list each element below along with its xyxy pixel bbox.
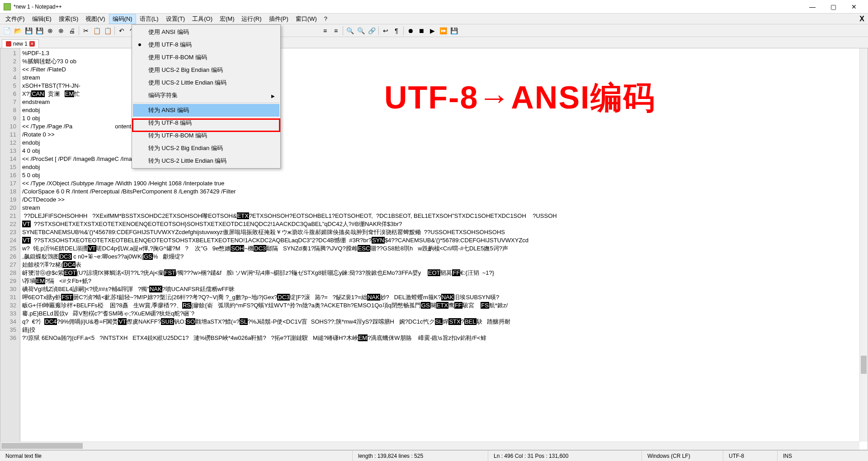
close-button[interactable]: ✕ — [844, 0, 864, 14]
tab-close-icon[interactable]: ✕ — [29, 41, 35, 47]
tab-label: new 1 — [13, 41, 28, 47]
play-macro-button[interactable]: ▶ — [427, 26, 437, 36]
status-length: length : 139,824 lines : 525 — [353, 451, 488, 461]
encoding-menu-item[interactable]: 使用 UCS-2 Big Endian 编码 — [133, 64, 279, 76]
record-macro-button[interactable]: ⏺ — [406, 26, 415, 36]
document-close-icon[interactable]: X — [859, 15, 864, 23]
encoding-menu-item[interactable]: 转为 UTF-8 编码 — [133, 117, 279, 129]
line-number-gutter: 1234567891011121314151617181920212223242… — [0, 48, 20, 450]
encoding-menu-item[interactable]: 使用 UCS-2 Little Endian 编码 — [133, 76, 279, 89]
modified-indicator-icon — [6, 41, 11, 47]
new-file-button[interactable]: 📄 — [2, 26, 12, 36]
save-button[interactable]: 💾 — [24, 26, 33, 36]
status-insert-mode: INS — [778, 451, 868, 461]
save-macro-button[interactable]: 💾 — [449, 26, 459, 36]
menu-item[interactable]: 编码(N) — [109, 14, 136, 24]
zoom-out-button[interactable]: 🔍 — [356, 26, 366, 36]
indent-button[interactable]: ≡ — [320, 26, 330, 36]
menu-item[interactable]: 工具(O) — [189, 14, 216, 24]
encoding-menu-item[interactable]: 转为 UTF-8-BOM 编码 — [133, 129, 279, 142]
menu-item[interactable]: 窗口(W) — [292, 14, 321, 24]
app-icon — [4, 3, 11, 10]
menu-item[interactable]: 文件(F) — [2, 14, 28, 24]
menu-bar: 文件(F)编辑(E)搜索(S)视图(V)编码(N)语言(L)设置(T)工具(O)… — [0, 14, 868, 24]
show-all-chars-button[interactable]: ¶ — [392, 26, 401, 36]
menu-item[interactable]: 宏(M) — [216, 14, 238, 24]
menu-item[interactable]: 视图(V) — [82, 14, 108, 24]
save-all-button[interactable]: 💾 — [34, 26, 44, 36]
encoding-menu-item[interactable]: 转为 ANSI 编码 — [133, 104, 279, 117]
menu-item[interactable]: 插件(P) — [265, 14, 292, 24]
print-button[interactable]: 🖨 — [67, 26, 77, 36]
stop-macro-button[interactable]: ⏹ — [416, 26, 426, 36]
outdent-button[interactable]: ≡ — [331, 26, 341, 36]
undo-button[interactable]: ↶ — [117, 26, 127, 36]
encoding-menu-item[interactable]: 使用 UTF-8 编码 — [133, 38, 279, 51]
encoding-menu-item[interactable]: 编码字符集▶ — [133, 89, 279, 103]
encoding-menu-item[interactable]: 使用 ANSI 编码 — [133, 26, 279, 38]
paste-button[interactable]: 📋 — [103, 26, 113, 36]
encoding-menu-item[interactable]: 使用 UTF-8-BOM 编码 — [133, 51, 279, 64]
toolbar: 📄 📂 💾 💾 ⊗ ⊗ 🖨 ✂ 📋 📋 ↶ ↷ ≡ ≡ 🔍 🔍 🔗 ↩ ¶ ⏺ … — [0, 24, 868, 37]
sync-button[interactable]: 🔗 — [367, 26, 377, 36]
wrap-button[interactable]: ↩ — [381, 26, 391, 36]
status-encoding: UTF-8 — [723, 451, 778, 461]
minimize-button[interactable]: — — [802, 0, 823, 14]
zoom-in-button[interactable]: 🔍 — [345, 26, 355, 36]
tab-bar: new 1 ✕ — [0, 37, 868, 48]
menu-item[interactable]: ? — [321, 14, 331, 23]
status-eol: Windows (CR LF) — [642, 451, 723, 461]
play-multi-button[interactable]: ⏩ — [438, 26, 448, 36]
maximize-button[interactable]: ▢ — [823, 0, 844, 14]
encoding-menu: 使用 ANSI 编码使用 UTF-8 编码使用 UTF-8-BOM 编码使用 U… — [132, 24, 281, 169]
vertical-scrollbar[interactable] — [859, 48, 868, 442]
menu-item[interactable]: 设置(T) — [162, 14, 189, 24]
menu-item[interactable]: 运行(R) — [238, 14, 265, 24]
cut-button[interactable]: ✂ — [81, 26, 91, 36]
status-position: Ln : 496 Col : 31 Pos : 131,600 — [488, 451, 642, 461]
title-bar: *new 1 - Notepad++ — ▢ ✕ — [0, 0, 868, 14]
encoding-menu-item[interactable]: 转为 UCS-2 Big Endian 编码 — [133, 142, 279, 155]
encoding-menu-item[interactable]: 转为 UCS-2 Little Endian 编码 — [133, 155, 279, 167]
file-tab[interactable]: new 1 ✕ — [2, 39, 39, 48]
open-file-button[interactable]: 📂 — [13, 26, 23, 36]
annotation-text: UTF-8→ANSI编码 — [384, 77, 656, 119]
window-title: *new 1 - Notepad++ — [14, 4, 802, 10]
copy-button[interactable]: 📋 — [92, 26, 102, 36]
menu-item[interactable]: 搜索(S) — [55, 14, 82, 24]
status-mode: Normal text file — [0, 451, 353, 461]
menu-item[interactable]: 语言(L) — [136, 14, 162, 24]
status-bar: Normal text file length : 139,824 lines … — [0, 450, 868, 461]
close-file-button[interactable]: ⊗ — [45, 26, 55, 36]
horizontal-scrollbar[interactable] — [0, 442, 859, 450]
close-all-button[interactable]: ⊗ — [56, 26, 66, 36]
menu-item[interactable]: 编辑(E) — [28, 14, 55, 24]
